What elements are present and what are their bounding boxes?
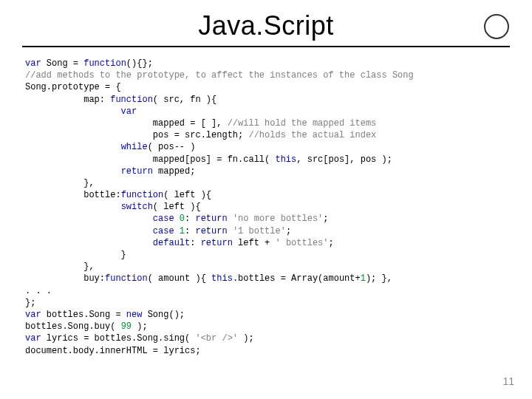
code-text: : — [190, 238, 200, 248]
code-str: 'no more bottles' — [233, 214, 323, 224]
code-text: mapped; — [153, 166, 196, 177]
code-text: mapped = [ ], — [25, 118, 228, 129]
code-kw: function — [83, 58, 126, 69]
code-text: map: — [25, 95, 110, 105]
code-kw: case — [153, 214, 174, 224]
code-kw: function — [105, 273, 148, 284]
slide: Java.Script var Song = function(){}; //a… — [0, 0, 532, 399]
code-text — [174, 226, 180, 236]
code-block: var Song = function(){}; //add methods t… — [25, 58, 513, 357]
code-text — [174, 214, 180, 224]
code-text: bottles.Song.buy( — [25, 321, 121, 332]
code-kw: return — [195, 214, 227, 224]
code-kw: function — [121, 190, 164, 200]
code-kw: return — [195, 226, 227, 236]
title-wrap: Java.Script — [0, 10, 532, 41]
code-kw: new — [126, 310, 143, 320]
code-text: . . . — [25, 286, 52, 296]
code-num: 99 — [121, 321, 132, 332]
code-kw: this — [275, 154, 296, 165]
code-num: 1 — [361, 273, 366, 284]
code-text: ; — [286, 226, 291, 236]
code-comment: //holds the actual index — [248, 130, 376, 140]
code-kw: this — [211, 273, 233, 284]
page-number: 11 — [502, 375, 514, 387]
code-kw: var — [25, 106, 137, 117]
code-text: } — [25, 250, 126, 260]
code-text: }, — [25, 262, 95, 272]
code-kw: switch — [121, 202, 153, 212]
code-num: 0 — [180, 214, 185, 224]
code-text: , src[pos], pos ); — [296, 154, 392, 165]
code-text: ( amount ){ — [148, 273, 211, 284]
code-str: '<br />' — [195, 333, 238, 344]
code-text: Song(); — [142, 310, 185, 320]
logo-icon — [483, 13, 510, 40]
code-str: ' bottles' — [275, 238, 328, 248]
code-text: .bottles = Array(amount+ — [233, 273, 361, 284]
code-comment: //will hold the mapped items — [228, 118, 377, 129]
code-text: pos = src.length; — [25, 130, 248, 140]
code-text: ( src, fn ){ — [153, 95, 216, 105]
code-text — [25, 142, 121, 152]
code-text: document.body.innerHTML = lyrics; — [25, 346, 201, 356]
code-num: 1 — [180, 226, 185, 236]
code-text: (){}; — [126, 58, 153, 69]
title-divider — [22, 46, 510, 47]
code-text: ( left ){ — [153, 202, 201, 212]
code-text: Song.prototype = { — [25, 82, 121, 92]
code-kw: default — [153, 238, 190, 248]
code-text: bottle: — [25, 190, 121, 200]
code-comment: //add methods to the prototype, to affec… — [25, 70, 414, 81]
code-text: ; — [323, 214, 328, 224]
code-text: Song = — [41, 58, 84, 69]
code-kw: var — [25, 310, 41, 320]
code-kw: case — [153, 226, 174, 236]
code-kw: return — [121, 166, 153, 177]
svg-point-1 — [497, 21, 502, 26]
code-text: mapped[pos] = fn.call( — [25, 154, 275, 165]
code-text: : — [185, 214, 195, 224]
code-text — [25, 202, 121, 212]
code-text: buy: — [25, 273, 105, 284]
code-text — [25, 166, 121, 177]
code-text: ); — [238, 333, 254, 344]
code-text: left + — [233, 238, 276, 248]
code-text: lyrics = bottles.Song.sing( — [41, 333, 196, 344]
code-text: ); — [132, 321, 148, 332]
code-str: '1 bottle' — [233, 226, 286, 236]
code-text: }; — [25, 298, 35, 308]
code-text: ( left ){ — [163, 190, 211, 200]
code-text — [25, 226, 153, 236]
svg-point-0 — [485, 15, 508, 38]
code-text: ); }, — [366, 273, 392, 284]
code-kw: var — [25, 58, 41, 69]
code-text — [25, 238, 153, 248]
code-text: : — [185, 226, 195, 236]
code-kw: function — [110, 95, 153, 105]
code-text: }, — [25, 178, 95, 188]
code-text — [228, 214, 233, 224]
code-text: bottles.Song = — [41, 310, 126, 320]
slide-title: Java.Script — [198, 10, 334, 41]
code-kw: while — [121, 142, 148, 152]
code-kw: var — [25, 333, 41, 344]
code-text: ; — [329, 238, 334, 248]
code-text: ( pos-- ) — [148, 142, 196, 152]
code-text — [228, 226, 233, 236]
code-text — [25, 214, 153, 224]
code-kw: return — [201, 238, 233, 248]
